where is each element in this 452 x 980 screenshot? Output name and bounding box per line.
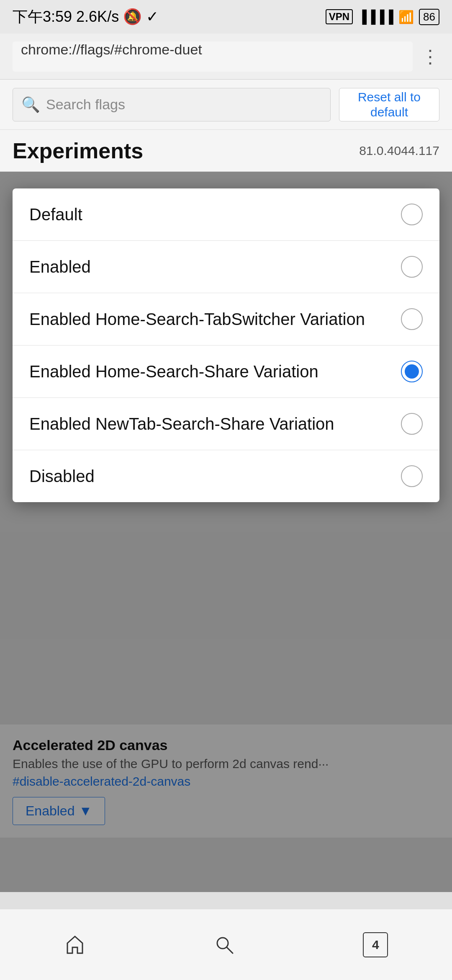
dialog-option-disabled[interactable]: Disabled	[13, 450, 439, 502]
experiments-title: Experiments	[13, 138, 143, 163]
url-field[interactable]: chrome://flags/#chrome-duet	[13, 41, 413, 72]
dialog-option-enabled-newtab-search-share[interactable]: Enabled NewTab-Search-Share Variation	[13, 398, 439, 450]
option-label-enabled-home-search-share: Enabled Home-Search-Share Variation	[29, 361, 401, 382]
location-icon: ✓	[146, 8, 159, 26]
radio-enabled-home-search-tabswitcher[interactable]	[401, 308, 423, 330]
tab-count: 4	[363, 932, 388, 957]
experiments-version: 81.0.4044.117	[359, 144, 439, 158]
svg-line-1	[227, 947, 233, 953]
status-bar: 下午3:59 2.6K/s 🔕 ✓ VPN ▐▐▐▐ 📶 86	[0, 0, 452, 34]
radio-enabled-home-search-share[interactable]	[401, 361, 423, 382]
search-placeholder: Search flags	[46, 96, 125, 113]
reset-all-button[interactable]: Reset all to default	[339, 88, 439, 121]
search-button[interactable]	[213, 934, 235, 956]
option-label-enabled-home-search-tabswitcher: Enabled Home-Search-TabSwitcher Variatio…	[29, 308, 401, 330]
url-text: chrome://flags/#chrome-duet	[21, 41, 202, 57]
status-time: 下午3:59	[13, 7, 72, 27]
bottom-navigation: 4	[0, 909, 452, 980]
radio-inner-enabled-home-search-share	[405, 364, 419, 379]
url-bar: chrome://flags/#chrome-duet ⋮	[0, 34, 452, 80]
search-field[interactable]: 🔍 Search flags	[13, 88, 331, 121]
option-label-default: Default	[29, 204, 401, 225]
battery-level: 86	[419, 9, 439, 25]
overflow-menu-icon[interactable]: ⋮	[421, 46, 439, 67]
radio-default[interactable]	[401, 204, 423, 225]
option-label-enabled-newtab-search-share: Enabled NewTab-Search-Share Variation	[29, 413, 401, 435]
wifi-icon: 📶	[398, 10, 414, 24]
tabs-button[interactable]: 4	[363, 932, 388, 957]
search-icon: 🔍	[21, 96, 40, 113]
options-dialog: DefaultEnabledEnabled Home-Search-TabSwi…	[13, 188, 439, 502]
signal-icon: ▐▐▐▐	[358, 10, 393, 24]
status-speed: 2.6K/s	[76, 8, 119, 26]
status-left: 下午3:59 2.6K/s 🔕 ✓	[13, 7, 159, 27]
option-label-disabled: Disabled	[29, 465, 401, 487]
dialog-option-enabled-home-search-tabswitcher[interactable]: Enabled Home-Search-TabSwitcher Variatio…	[13, 293, 439, 346]
vpn-badge: VPN	[326, 9, 353, 24]
status-right: VPN ▐▐▐▐ 📶 86	[326, 9, 439, 25]
dialog-option-enabled[interactable]: Enabled	[13, 241, 439, 293]
radio-disabled[interactable]	[401, 465, 423, 487]
option-label-enabled: Enabled	[29, 256, 401, 278]
home-button[interactable]	[64, 934, 86, 956]
experiments-header: Experiments 81.0.4044.117	[0, 130, 452, 172]
search-bar-row: 🔍 Search flags Reset all to default	[0, 80, 452, 130]
mute-icon: 🔕	[123, 8, 142, 26]
dialog-option-default[interactable]: Default	[13, 188, 439, 241]
radio-enabled[interactable]	[401, 256, 423, 278]
radio-enabled-newtab-search-share[interactable]	[401, 413, 423, 435]
dialog-option-enabled-home-search-share[interactable]: Enabled Home-Search-Share Variation	[13, 346, 439, 398]
